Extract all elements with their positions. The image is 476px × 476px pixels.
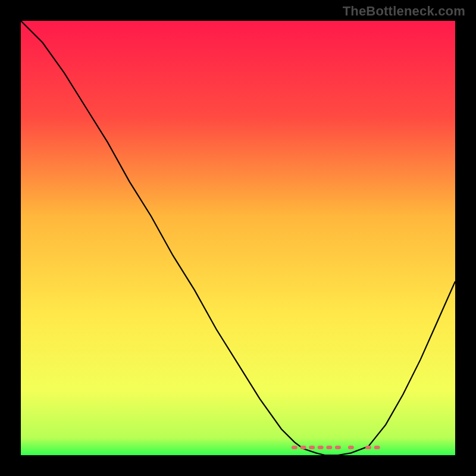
bottom-marker (318, 446, 324, 449)
bottom-marker (300, 446, 306, 449)
plot-area (21, 21, 455, 455)
bottom-marker (292, 446, 298, 449)
attribution-text: TheBottleneck.com (343, 4, 465, 19)
bottom-marker (309, 446, 315, 449)
bottleneck-curve (21, 21, 455, 455)
chart-frame: TheBottleneck.com (0, 0, 476, 476)
bottom-marker (335, 446, 341, 449)
bottom-marker (326, 446, 332, 449)
bottom-marker (374, 446, 380, 449)
bottom-marker (348, 446, 354, 449)
bottom-marker (365, 446, 371, 449)
